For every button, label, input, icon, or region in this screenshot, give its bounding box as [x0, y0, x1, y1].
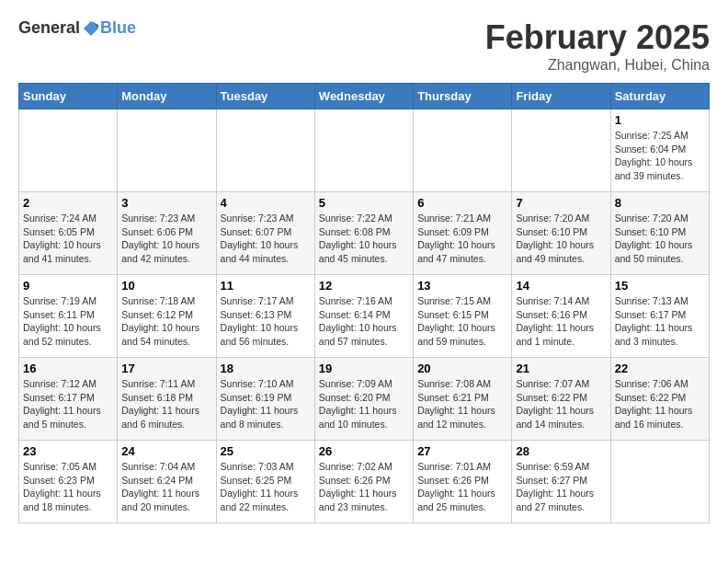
- day-header-tuesday: Tuesday: [216, 84, 314, 109]
- day-number: 7: [516, 196, 606, 210]
- day-number: 12: [319, 279, 409, 293]
- day-number: 4: [221, 196, 311, 210]
- title-block: February 2025 Zhangwan, Hubei, China: [485, 18, 710, 74]
- week-row-2: 9Sunrise: 7:19 AM Sunset: 6:11 PM Daylig…: [19, 275, 710, 358]
- day-number: 2: [23, 196, 113, 210]
- day-number: 5: [319, 196, 409, 210]
- day-cell: [512, 109, 610, 192]
- day-info: Sunrise: 7:24 AM Sunset: 6:05 PM Dayligh…: [23, 212, 113, 266]
- day-number: 27: [417, 444, 507, 458]
- day-number: 8: [615, 196, 705, 210]
- day-info: Sunrise: 7:23 AM Sunset: 6:07 PM Dayligh…: [221, 212, 311, 266]
- day-header-wednesday: Wednesday: [314, 84, 413, 109]
- day-cell: [19, 109, 118, 192]
- day-info: Sunrise: 7:04 AM Sunset: 6:24 PM Dayligh…: [121, 460, 211, 514]
- day-number: 18: [221, 362, 311, 375]
- day-cell: 20Sunrise: 7:08 AM Sunset: 6:21 PM Dayli…: [414, 358, 512, 441]
- day-header-saturday: Saturday: [610, 84, 709, 109]
- day-header-thursday: Thursday: [414, 84, 512, 109]
- day-number: 10: [121, 279, 211, 293]
- day-info: Sunrise: 7:08 AM Sunset: 6:21 PM Dayligh…: [417, 377, 507, 431]
- day-cell: 9Sunrise: 7:19 AM Sunset: 6:11 PM Daylig…: [19, 275, 118, 358]
- day-number: 28: [516, 444, 606, 458]
- day-number: 22: [615, 362, 705, 375]
- day-cell: 25Sunrise: 7:03 AM Sunset: 6:25 PM Dayli…: [216, 441, 314, 523]
- week-row-0: 1Sunrise: 7:25 AM Sunset: 6:04 PM Daylig…: [19, 109, 710, 192]
- day-info: Sunrise: 7:19 AM Sunset: 6:11 PM Dayligh…: [23, 294, 113, 349]
- day-info: Sunrise: 7:20 AM Sunset: 6:10 PM Dayligh…: [615, 212, 705, 266]
- day-number: 11: [221, 279, 311, 293]
- day-cell: 5Sunrise: 7:22 AM Sunset: 6:08 PM Daylig…: [314, 192, 413, 275]
- day-number: 25: [221, 444, 311, 458]
- day-cell: 8Sunrise: 7:20 AM Sunset: 6:10 PM Daylig…: [610, 192, 709, 275]
- day-cell: 7Sunrise: 7:20 AM Sunset: 6:10 PM Daylig…: [512, 192, 610, 275]
- logo-blue: Blue: [100, 18, 136, 38]
- day-cell: 16Sunrise: 7:12 AM Sunset: 6:17 PM Dayli…: [19, 358, 118, 441]
- day-cell: 4Sunrise: 7:23 AM Sunset: 6:07 PM Daylig…: [216, 192, 314, 275]
- day-number: 23: [23, 444, 113, 458]
- day-number: 26: [319, 444, 409, 458]
- day-info: Sunrise: 7:01 AM Sunset: 6:26 PM Dayligh…: [417, 460, 507, 514]
- day-cell: [216, 109, 314, 192]
- day-number: 21: [516, 362, 606, 375]
- day-info: Sunrise: 7:02 AM Sunset: 6:26 PM Dayligh…: [319, 460, 409, 514]
- day-cell: 1Sunrise: 7:25 AM Sunset: 6:04 PM Daylig…: [610, 109, 709, 192]
- day-cell: 26Sunrise: 7:02 AM Sunset: 6:26 PM Dayli…: [314, 441, 413, 523]
- day-cell: 6Sunrise: 7:21 AM Sunset: 6:09 PM Daylig…: [414, 192, 512, 275]
- day-info: Sunrise: 7:14 AM Sunset: 6:16 PM Dayligh…: [516, 294, 606, 349]
- day-number: 15: [615, 279, 705, 293]
- location-subtitle: Zhangwan, Hubei, China: [485, 57, 710, 74]
- day-info: Sunrise: 7:13 AM Sunset: 6:17 PM Dayligh…: [615, 294, 705, 349]
- day-number: 17: [121, 362, 211, 375]
- day-number: 3: [121, 196, 211, 210]
- week-row-4: 23Sunrise: 7:05 AM Sunset: 6:23 PM Dayli…: [19, 441, 710, 523]
- day-number: 24: [121, 444, 211, 458]
- header-row: SundayMondayTuesdayWednesdayThursdayFrid…: [19, 84, 710, 109]
- day-cell: 21Sunrise: 7:07 AM Sunset: 6:22 PM Dayli…: [512, 358, 610, 441]
- logo-icon: [82, 19, 100, 38]
- day-number: 1: [615, 113, 705, 127]
- day-number: 19: [319, 362, 409, 375]
- day-cell: 10Sunrise: 7:18 AM Sunset: 6:12 PM Dayli…: [118, 275, 216, 358]
- page-header: General Blue February 2025 Zhangwan, Hub…: [18, 18, 710, 74]
- day-info: Sunrise: 7:23 AM Sunset: 6:06 PM Dayligh…: [121, 212, 211, 266]
- month-title: February 2025: [485, 18, 710, 57]
- day-cell: 19Sunrise: 7:09 AM Sunset: 6:20 PM Dayli…: [314, 358, 413, 441]
- day-info: Sunrise: 7:07 AM Sunset: 6:22 PM Dayligh…: [516, 377, 606, 431]
- calendar-table: SundayMondayTuesdayWednesdayThursdayFrid…: [18, 83, 710, 523]
- day-cell: 2Sunrise: 7:24 AM Sunset: 6:05 PM Daylig…: [19, 192, 118, 275]
- day-number: 16: [23, 362, 113, 375]
- day-header-friday: Friday: [512, 84, 610, 109]
- day-cell: 12Sunrise: 7:16 AM Sunset: 6:14 PM Dayli…: [314, 275, 413, 358]
- day-number: 6: [417, 196, 507, 210]
- day-info: Sunrise: 7:09 AM Sunset: 6:20 PM Dayligh…: [319, 377, 409, 431]
- day-info: Sunrise: 7:10 AM Sunset: 6:19 PM Dayligh…: [221, 377, 311, 431]
- day-cell: 22Sunrise: 7:06 AM Sunset: 6:22 PM Dayli…: [610, 358, 709, 441]
- day-cell: 28Sunrise: 6:59 AM Sunset: 6:27 PM Dayli…: [512, 441, 610, 523]
- day-info: Sunrise: 7:17 AM Sunset: 6:13 PM Dayligh…: [221, 294, 311, 349]
- day-header-monday: Monday: [118, 84, 216, 109]
- week-row-1: 2Sunrise: 7:24 AM Sunset: 6:05 PM Daylig…: [19, 192, 710, 275]
- day-info: Sunrise: 7:21 AM Sunset: 6:09 PM Dayligh…: [417, 212, 507, 266]
- day-info: Sunrise: 7:16 AM Sunset: 6:14 PM Dayligh…: [319, 294, 409, 349]
- day-cell: 13Sunrise: 7:15 AM Sunset: 6:15 PM Dayli…: [414, 275, 512, 358]
- day-number: 9: [23, 279, 113, 293]
- day-header-sunday: Sunday: [19, 84, 118, 109]
- day-info: Sunrise: 7:25 AM Sunset: 6:04 PM Dayligh…: [615, 129, 705, 183]
- day-cell: 3Sunrise: 7:23 AM Sunset: 6:06 PM Daylig…: [118, 192, 216, 275]
- logo-general: General: [18, 18, 80, 38]
- day-info: Sunrise: 7:03 AM Sunset: 6:25 PM Dayligh…: [221, 460, 311, 514]
- day-cell: 18Sunrise: 7:10 AM Sunset: 6:19 PM Dayli…: [216, 358, 314, 441]
- day-info: Sunrise: 7:06 AM Sunset: 6:22 PM Dayligh…: [615, 377, 705, 431]
- day-info: Sunrise: 7:12 AM Sunset: 6:17 PM Dayligh…: [23, 377, 113, 431]
- day-cell: 17Sunrise: 7:11 AM Sunset: 6:18 PM Dayli…: [118, 358, 216, 441]
- day-info: Sunrise: 7:22 AM Sunset: 6:08 PM Dayligh…: [319, 212, 409, 266]
- day-number: 13: [417, 279, 507, 293]
- day-cell: 24Sunrise: 7:04 AM Sunset: 6:24 PM Dayli…: [118, 441, 216, 523]
- day-number: 14: [516, 279, 606, 293]
- day-info: Sunrise: 6:59 AM Sunset: 6:27 PM Dayligh…: [516, 460, 606, 514]
- logo: General Blue: [18, 18, 136, 38]
- day-number: 20: [417, 362, 507, 375]
- day-cell: 14Sunrise: 7:14 AM Sunset: 6:16 PM Dayli…: [512, 275, 610, 358]
- day-cell: [610, 441, 709, 523]
